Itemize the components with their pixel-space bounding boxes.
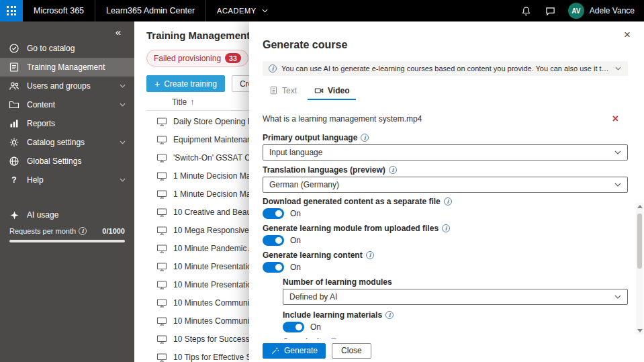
course-monitor-icon (156, 279, 167, 290)
app-launcher-button[interactable] (0, 0, 23, 21)
chevron-down-icon (120, 84, 126, 88)
sidebar-item-users-and-groups[interactable]: Users and groups (0, 77, 134, 95)
failed-provisioning-button[interactable]: Failed provisioning 33 (146, 50, 248, 66)
course-monitor-icon (156, 116, 167, 127)
plus-icon: + (154, 79, 160, 89)
sidebar-item-label: Training Management (27, 62, 105, 72)
sidebar-item-reports[interactable]: Reports (0, 114, 134, 133)
feedback-button[interactable] (539, 0, 563, 21)
course-monitor-icon (156, 298, 167, 308)
scroll-down-icon[interactable] (637, 329, 643, 332)
create-training-button[interactable]: + Create training (146, 75, 225, 92)
sort-ascending-icon: ↑ (190, 97, 194, 107)
include-materials-toggle[interactable] (283, 322, 304, 332)
bell-icon (521, 6, 531, 16)
info-icon: i (442, 224, 450, 232)
product-name-link[interactable]: Microsoft 365 (23, 0, 95, 21)
generate-module-toggle[interactable] (263, 235, 284, 246)
toggle-state-label: On (290, 209, 301, 218)
include-materials-label-row: Include learning materials i (283, 310, 628, 320)
scroll-up-icon[interactable] (637, 205, 643, 208)
course-monitor-icon (156, 316, 167, 326)
include-materials-label: Include learning materials (283, 310, 382, 320)
account-menu[interactable]: AV Adele Vance (563, 3, 644, 19)
reports-icon (9, 118, 19, 129)
generate-content-label: Generate learning content (263, 251, 363, 260)
toggle-state-label: On (290, 236, 301, 245)
sidebar-item-training-management[interactable]: Training Management (0, 58, 134, 77)
document-icon (269, 86, 278, 95)
ai-usage-section: AI usage Requests per month i 0/1000 (0, 206, 134, 242)
translation-languages-label-row: Translation languages (preview) i (263, 165, 628, 175)
tenant-label: ACADEMY (217, 7, 257, 15)
notifications-button[interactable] (514, 0, 539, 21)
tenant-menu[interactable]: ACADEMY (205, 0, 279, 21)
download-separate-toggle[interactable] (263, 208, 284, 219)
sidebar-item-help[interactable]: ? Help (0, 171, 134, 189)
help-icon: ? (9, 175, 19, 185)
tab-text[interactable]: Text (263, 84, 304, 100)
sidebar-item-label: Users and groups (27, 81, 91, 91)
sidebar-item-content[interactable]: Content (0, 95, 134, 114)
chevron-down-icon (614, 295, 621, 299)
close-panel-button[interactable]: × (620, 28, 635, 41)
num-modules-dropdown[interactable]: Defined by AI (283, 289, 628, 305)
course-monitor-icon (156, 134, 167, 145)
panel-content: Generate course × i You can use AI to ge… (249, 21, 644, 362)
admin-center-link[interactable]: Learn365 Admin Center (95, 0, 205, 21)
close-button[interactable]: Close (332, 343, 371, 359)
sidebar-item-ai-usage[interactable]: AI usage (0, 206, 134, 224)
sidebar-item-go-to-catalog[interactable]: Go to catalog (0, 39, 134, 58)
video-icon (314, 86, 324, 95)
primary-language-label-row: Primary output language i (263, 133, 628, 142)
wand-icon (271, 347, 279, 355)
ai-usage-label: AI usage (27, 210, 58, 220)
generate-button-label: Generate (284, 346, 318, 355)
generate-content-toggle-row: On (263, 261, 628, 273)
ai-info-banner[interactable]: i You can use AI to generate e-learning … (263, 61, 628, 76)
panel-title: Generate course (263, 38, 628, 52)
info-icon: i (361, 134, 369, 142)
sidebar-collapse-button[interactable]: « (111, 26, 125, 38)
uploaded-file-row: What is a learning management system.mp4… (263, 113, 628, 125)
chevron-down-icon (614, 150, 621, 154)
remove-file-button[interactable]: × (608, 113, 623, 125)
file-name: What is a learning management system.mp4 (263, 114, 422, 124)
info-icon: i (79, 227, 87, 235)
sidebar-item-global-settings[interactable]: Global Settings (0, 152, 134, 171)
training-icon (9, 62, 19, 73)
sidebar-item-catalog-settings[interactable]: Catalog settings (0, 133, 134, 152)
num-modules-label: Number of learning modules (283, 277, 392, 287)
chevron-down-icon (614, 183, 621, 187)
generate-module-label: Generate learning module from uploaded f… (263, 224, 439, 233)
num-modules-label-row: Number of learning modules (283, 277, 628, 287)
user-name: Adele Vance (590, 6, 635, 15)
translation-languages-dropdown[interactable]: German (Germany) (263, 177, 628, 193)
download-separate-toggle-row: On (263, 208, 628, 220)
title-column-header[interactable]: Title ↑ (172, 97, 194, 107)
primary-language-dropdown[interactable]: Input language (263, 144, 628, 161)
chevron-down-icon[interactable] (615, 66, 621, 71)
chevron-down-icon (262, 9, 268, 13)
sidebar-item-label: Content (27, 100, 55, 109)
chevron-down-icon (120, 140, 126, 144)
sidebar-collapse-row: « (0, 21, 134, 39)
sidebar-item-label: Catalog settings (27, 138, 85, 147)
scrollbar-thumb[interactable] (637, 214, 642, 269)
num-modules-value: Defined by AI (289, 292, 614, 302)
sidebar-item-label: Go to catalog (27, 44, 75, 53)
generate-button[interactable]: Generate (263, 343, 326, 359)
go-to-catalog-icon (9, 43, 19, 54)
tab-video[interactable]: Video (308, 84, 356, 100)
panel-scrollbar[interactable] (636, 203, 643, 334)
sidebar-item-label: Help (27, 175, 44, 185)
chat-icon (545, 6, 555, 16)
translation-languages-value: German (Germany) (269, 180, 614, 189)
course-monitor-icon (156, 189, 167, 199)
users-icon (9, 81, 19, 91)
info-icon: i (444, 197, 452, 206)
generate-content-toggle[interactable] (263, 262, 284, 273)
panel-footer: Generate Close (249, 339, 644, 362)
course-monitor-icon (156, 207, 167, 218)
create-training-label: Create training (164, 79, 217, 89)
